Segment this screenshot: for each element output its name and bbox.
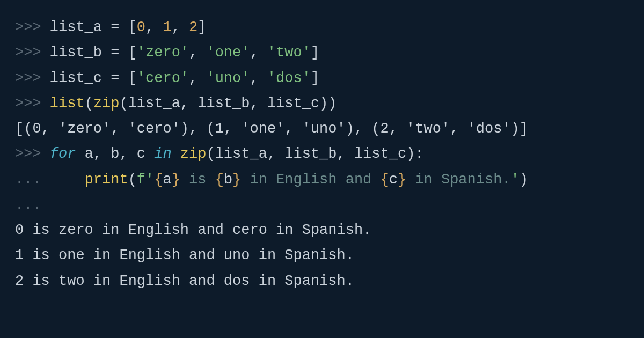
variable: list_c <box>267 95 319 112</box>
variable: list_b <box>197 95 250 112</box>
code-line-2: >>> list_b = ['zero', 'one', 'two'] <box>15 40 629 65</box>
repl-prompt: >>> <box>15 70 50 86</box>
comma: , <box>172 19 189 35</box>
number: 0 <box>137 19 145 35</box>
function-call: zip <box>180 146 207 162</box>
quote: ' <box>145 172 154 188</box>
indent <box>50 172 85 188</box>
repl-prompt: >>> <box>15 95 50 112</box>
function-call: list <box>50 95 85 112</box>
fstring-brace: { <box>215 172 224 188</box>
fstring-var: a <box>163 172 171 188</box>
output-line-3: 1 is one in English and uno in Spanish. <box>15 243 629 268</box>
output-line-2: 0 is zero in English and cero in Spanish… <box>15 218 629 243</box>
variable: list_a <box>215 146 267 162</box>
fstring-brace: { <box>380 172 389 188</box>
code-line-4: >>> list(zip(list_a, list_b, list_c)) <box>15 91 629 116</box>
comma: , <box>250 45 267 61</box>
bracket-open: [ <box>128 19 137 35</box>
bracket-open: [ <box>128 70 137 86</box>
repl-output: 1 is one in English and uno in Spanish. <box>15 247 354 263</box>
variable: c <box>137 146 145 162</box>
variable: list_b <box>284 146 336 162</box>
space <box>102 45 111 61</box>
paren-open: ( <box>119 95 128 112</box>
paren-open: ( <box>206 146 215 162</box>
comma: , <box>267 146 284 162</box>
repl-prompt: >>> <box>15 19 50 35</box>
variable: list_b <box>50 45 102 61</box>
variable: list_c <box>354 146 406 162</box>
space <box>119 45 128 61</box>
number: 1 <box>163 19 171 35</box>
keyword-in: in <box>154 146 171 162</box>
code-line-6: >>> for a, b, c in zip(list_a, list_b, l… <box>15 142 629 167</box>
fstring-text: in English and <box>241 172 380 188</box>
comma: , <box>337 146 354 162</box>
function-call: zip <box>93 95 120 112</box>
operator: = <box>111 45 119 61</box>
space <box>119 70 128 86</box>
space <box>102 70 111 86</box>
bracket-close: ] <box>197 19 206 35</box>
number: 2 <box>189 19 197 35</box>
bracket-close: ] <box>311 45 319 61</box>
fstring-brace: } <box>172 172 180 188</box>
fstring-brace: } <box>232 172 241 188</box>
output-line-1: [(0, 'zero', 'cero'), (1, 'one', 'uno'),… <box>15 116 629 142</box>
paren-close: ): <box>406 146 423 162</box>
comma: , <box>189 70 206 86</box>
space <box>76 146 84 162</box>
fstring-brace: { <box>154 172 163 188</box>
variable: b <box>111 146 119 162</box>
repl-output: 0 is zero in English and cero in Spanish… <box>15 222 371 238</box>
string: 'two' <box>267 45 311 61</box>
repl-prompt: >>> <box>15 45 50 61</box>
code-line-7: ... print(f'{a} is {b} in English and {c… <box>15 167 629 193</box>
bracket-open: [ <box>128 45 137 61</box>
string: 'zero' <box>137 45 189 61</box>
comma: , <box>145 19 163 35</box>
repl-prompt: >>> <box>15 146 50 162</box>
fstring-var: c <box>389 172 398 188</box>
operator: = <box>111 19 119 35</box>
output-line-4: 2 is two in English and dos in Spanish. <box>15 269 629 294</box>
comma: , <box>250 70 267 86</box>
fstring-text: is <box>180 172 215 188</box>
comma: , <box>250 95 267 112</box>
fstring-brace: } <box>398 172 406 188</box>
fstring-var: b <box>224 172 232 188</box>
variable: list_c <box>50 70 102 86</box>
code-line-8: ... <box>15 193 629 218</box>
string: 'uno' <box>206 70 250 86</box>
string: 'cero' <box>137 70 189 86</box>
bracket-close: ] <box>311 70 319 86</box>
fstring-prefix: f <box>137 172 145 188</box>
paren-close: ) <box>519 172 528 188</box>
repl-output: [(0, 'zero', 'cero'), (1, 'one', 'uno'),… <box>15 121 528 137</box>
space <box>119 19 128 35</box>
space <box>102 19 111 35</box>
variable: a <box>85 146 93 162</box>
string: 'one' <box>206 45 250 61</box>
quote: ' <box>511 172 519 188</box>
paren-open: ( <box>85 95 93 112</box>
space <box>145 146 154 162</box>
comma: , <box>119 146 136 162</box>
variable: list_a <box>50 19 102 35</box>
code-line-1: >>> list_a = [0, 1, 2] <box>15 15 629 40</box>
variable: list_a <box>128 95 180 112</box>
comma: , <box>189 45 206 61</box>
repl-continuation: ... <box>15 172 50 188</box>
function-call: print <box>85 172 128 188</box>
operator: = <box>111 70 119 86</box>
comma: , <box>93 146 111 162</box>
code-line-3: >>> list_c = ['cero', 'uno', 'dos'] <box>15 66 629 91</box>
repl-continuation: ... <box>15 197 41 213</box>
comma: , <box>180 95 197 112</box>
fstring-text: in Spanish. <box>406 172 510 188</box>
keyword-for: for <box>50 146 76 162</box>
string: 'dos' <box>267 70 311 86</box>
repl-output: 2 is two in English and dos in Spanish. <box>15 273 354 289</box>
paren-close: )) <box>319 95 336 112</box>
